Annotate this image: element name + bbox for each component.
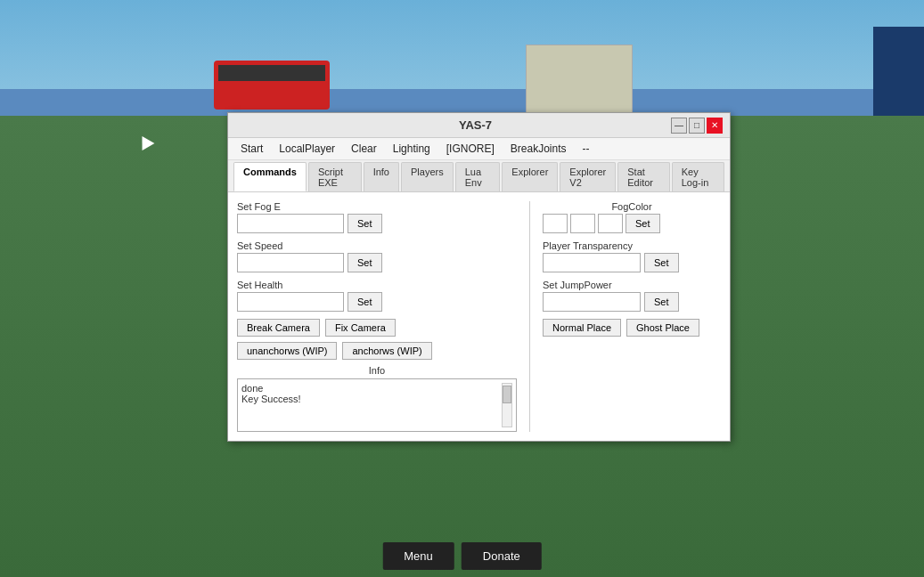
- transparency-set-button[interactable]: Set: [644, 253, 679, 272]
- dialog-title: YAS-7: [280, 118, 671, 132]
- speed-label: Set Speed: [237, 240, 517, 251]
- tab-scriptexe[interactable]: Script EXE: [308, 162, 362, 191]
- dialog-titlebar: YAS-7 — □ ✕: [228, 113, 730, 138]
- transparency-row: Set: [543, 253, 721, 272]
- menu-start[interactable]: Start: [235, 140, 268, 158]
- fix-camera-button[interactable]: Fix Camera: [325, 319, 396, 337]
- fog-e-row: Set: [237, 214, 517, 233]
- speed-set-button[interactable]: Set: [348, 253, 382, 272]
- unanchorws-button[interactable]: unanchorws (WIP): [237, 342, 337, 360]
- fog-color-set-button[interactable]: Set: [626, 214, 660, 233]
- panel-divider: [529, 201, 530, 432]
- transparency-label: Player Transparency: [543, 240, 721, 251]
- close-button[interactable]: ✕: [707, 118, 723, 134]
- menu-ignore[interactable]: [IGNORE]: [441, 140, 500, 158]
- bottom-buttons: Menu Donate: [382, 542, 541, 577]
- jumppower-set-button[interactable]: Set: [644, 292, 679, 312]
- speed-group: Set Speed Set: [237, 240, 517, 272]
- anchor-buttons-row: unanchorws (WIP) anchorws (WIP): [237, 342, 517, 360]
- right-panel: FogColor Set Player Transparency Set Set: [543, 201, 721, 432]
- building1: [526, 45, 633, 116]
- menu-dash[interactable]: --: [577, 140, 595, 158]
- tab-explorer[interactable]: Explorer: [502, 162, 558, 191]
- info-scrollbar[interactable]: [502, 383, 512, 427]
- speed-input[interactable]: [237, 253, 344, 272]
- minimize-button[interactable]: —: [671, 118, 687, 134]
- info-box: done Key Success!: [237, 378, 517, 432]
- fog-color-group: FogColor Set: [543, 201, 721, 233]
- health-label: Set Health: [237, 280, 517, 290]
- tab-stateditor[interactable]: Stat Editor: [617, 162, 669, 191]
- break-camera-button[interactable]: Break Camera: [237, 319, 320, 337]
- fog-e-group: Set Fog E Set: [237, 201, 517, 233]
- content-area: Set Fog E Set Set Speed Set Set Health: [228, 192, 730, 441]
- fog-color-swatch-r[interactable]: [543, 214, 568, 233]
- fog-e-input[interactable]: [237, 214, 344, 233]
- menu-bar: Start LocalPlayer Clear Lighting [IGNORE…: [228, 138, 730, 160]
- menu-clear[interactable]: Clear: [346, 140, 382, 158]
- jumppower-row: Set: [543, 292, 721, 312]
- health-input[interactable]: [237, 292, 344, 312]
- tab-commands[interactable]: Commands: [233, 162, 307, 191]
- menu-breakjoints[interactable]: BreakJoints: [505, 140, 572, 158]
- menu-localplayer[interactable]: LocalPlayer: [274, 140, 340, 158]
- tab-info[interactable]: Info: [364, 162, 399, 191]
- jumppower-group: Set JumpPower Set: [543, 280, 721, 312]
- health-set-button[interactable]: Set: [348, 292, 382, 312]
- transparency-input[interactable]: [543, 253, 641, 272]
- tab-keylogin[interactable]: Key Log-in: [672, 162, 724, 191]
- info-label: Info: [237, 365, 517, 376]
- health-group: Set Health Set: [237, 280, 517, 312]
- fog-color-swatch-b[interactable]: [598, 214, 623, 233]
- anchorws-button[interactable]: anchorws (WIP): [342, 342, 431, 360]
- menu-button[interactable]: Menu: [382, 542, 454, 570]
- donate-button[interactable]: Donate: [462, 542, 542, 570]
- place-buttons-row: Normal Place Ghost Place: [543, 319, 721, 337]
- speed-row: Set: [237, 253, 517, 272]
- tab-explorerv2[interactable]: Explorer V2: [560, 162, 616, 191]
- bus: [214, 61, 330, 110]
- fog-e-label: Set Fog E: [237, 201, 517, 212]
- left-panel: Set Fog E Set Set Speed Set Set Health: [237, 201, 517, 432]
- fog-color-swatch-g[interactable]: [570, 214, 595, 233]
- jumppower-label: Set JumpPower: [543, 280, 721, 290]
- normal-place-button[interactable]: Normal Place: [543, 319, 621, 337]
- info-line-2: Key Success!: [241, 394, 498, 404]
- jumppower-input[interactable]: [543, 292, 641, 312]
- yas7-dialog: YAS-7 — □ ✕ Start LocalPlayer Clear Ligh…: [227, 112, 731, 442]
- maximize-button[interactable]: □: [689, 118, 705, 134]
- tab-bar: Commands Script EXE Info Players Lua Env…: [228, 160, 730, 192]
- tab-luaenv[interactable]: Lua Env: [455, 162, 501, 191]
- fog-e-set-button[interactable]: Set: [348, 214, 382, 233]
- info-line-1: done: [241, 383, 498, 394]
- menu-lighting[interactable]: Lighting: [388, 140, 436, 158]
- camera-buttons-row: Break Camera Fix Camera: [237, 319, 517, 337]
- fog-color-label: FogColor: [543, 201, 721, 212]
- window-controls: — □ ✕: [671, 118, 723, 134]
- info-section: Info done Key Success!: [237, 365, 517, 432]
- info-text: done Key Success!: [241, 383, 498, 427]
- health-row: Set: [237, 292, 517, 312]
- transparency-group: Player Transparency Set: [543, 240, 721, 272]
- building2: [873, 27, 924, 116]
- scroll-thumb: [503, 386, 511, 403]
- tab-players[interactable]: Players: [401, 162, 454, 191]
- fog-color-row: Set: [543, 214, 721, 233]
- ghost-place-button[interactable]: Ghost Place: [626, 319, 699, 337]
